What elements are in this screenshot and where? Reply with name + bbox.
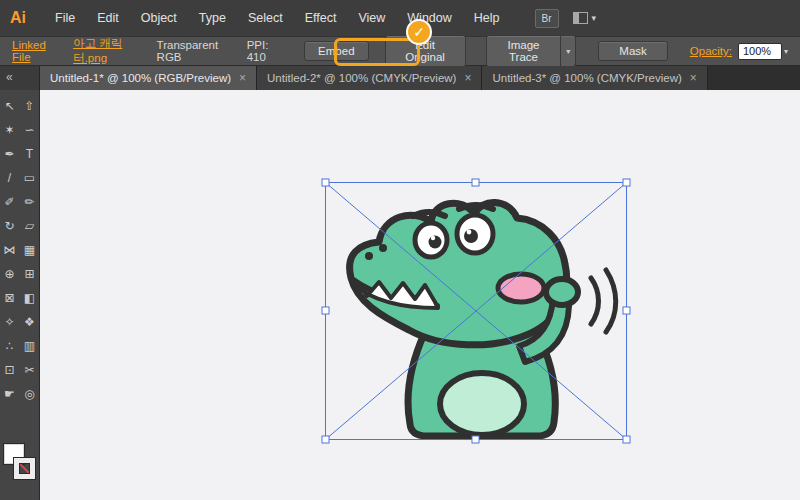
workspace-icon bbox=[573, 12, 588, 24]
tools-grid: ↖⇧✶∽✒T/▭✐✏↻▱⋈▦⊕⊞⊠◧✧❖∴▥⊡✂☛◎ bbox=[1, 94, 39, 406]
image-trace-split-button: Image Trace ▾ bbox=[486, 35, 577, 67]
artboard-canvas[interactable] bbox=[40, 90, 800, 500]
opacity-link[interactable]: Opacity: bbox=[690, 45, 732, 57]
hand-tool-icon[interactable]: ☛ bbox=[1, 382, 19, 406]
slice-tool-icon[interactable]: ✂ bbox=[21, 358, 39, 382]
close-icon[interactable]: × bbox=[239, 71, 246, 85]
close-icon[interactable]: × bbox=[690, 71, 697, 85]
mesh-tool-icon[interactable]: ⊠ bbox=[1, 286, 19, 310]
motion-line bbox=[591, 278, 599, 324]
croc-eye-glint bbox=[431, 236, 435, 240]
croc-belly bbox=[440, 373, 524, 435]
scale-tool-icon[interactable]: ▱ bbox=[21, 214, 39, 238]
blend-tool-icon[interactable]: ❖ bbox=[21, 310, 39, 334]
shape-builder-tool-icon[interactable]: ⊕ bbox=[1, 262, 19, 286]
menu-bar: Ai File Edit Object Type Select Effect V… bbox=[0, 0, 800, 36]
zoom-tool-icon[interactable]: ◎ bbox=[21, 382, 39, 406]
tab-label: Untitled-1* @ 100% (RGB/Preview) bbox=[50, 72, 231, 84]
selection-tool-icon[interactable]: ↖ bbox=[1, 94, 19, 118]
menu-effect[interactable]: Effect bbox=[294, 0, 348, 36]
gradient-tool-icon[interactable]: ◧ bbox=[21, 286, 39, 310]
main-area: ↖⇧✶∽✒T/▭✐✏↻▱⋈▦⊕⊞⊠◧✧❖∴▥⊡✂☛◎ bbox=[0, 90, 800, 500]
document-tab-3[interactable]: Untitled-3* @ 100% (CMYK/Preview) × bbox=[482, 66, 707, 90]
toolbar-collapse-button[interactable]: « bbox=[0, 66, 40, 90]
croc-eye-glint bbox=[467, 230, 472, 235]
document-tab-1[interactable]: Untitled-1* @ 100% (RGB/Preview) × bbox=[40, 66, 257, 90]
symbol-sprayer-tool-icon[interactable]: ∴ bbox=[1, 334, 19, 358]
motion-line bbox=[606, 270, 616, 332]
menu-edit[interactable]: Edit bbox=[86, 0, 130, 36]
menu-file[interactable]: File bbox=[44, 0, 86, 36]
chevron-down-icon: ▾ bbox=[566, 47, 570, 56]
chevron-down-icon: ▾ bbox=[592, 13, 597, 23]
image-trace-dropdown[interactable]: ▾ bbox=[561, 35, 576, 67]
bridge-button[interactable]: Br bbox=[535, 9, 559, 28]
croc-nostril bbox=[379, 244, 387, 252]
croc-cheek bbox=[498, 274, 544, 302]
linked-file-link[interactable]: Linked File bbox=[12, 39, 59, 63]
embed-button[interactable]: Embed bbox=[304, 41, 368, 61]
magic-wand-tool-icon[interactable]: ✶ bbox=[1, 118, 19, 142]
tab-label: Untitled-2* @ 100% (CMYK/Preview) bbox=[267, 72, 456, 84]
menu-items: File Edit Object Type Select Effect View… bbox=[44, 0, 511, 36]
tab-label: Untitled-3* @ 100% (CMYK/Preview) bbox=[492, 72, 681, 84]
type-tool-icon[interactable]: T bbox=[21, 142, 39, 166]
placed-image-crocodile[interactable] bbox=[325, 182, 627, 440]
app-logo: Ai bbox=[10, 9, 44, 27]
tools-panel: ↖⇧✶∽✒T/▭✐✏↻▱⋈▦⊕⊞⊠◧✧❖∴▥⊡✂☛◎ bbox=[0, 90, 40, 500]
width-tool-icon[interactable]: ⋈ bbox=[1, 238, 19, 262]
workspace-switcher[interactable]: ▾ bbox=[573, 12, 597, 24]
check-badge-icon: ✓ bbox=[406, 19, 432, 45]
menu-help[interactable]: Help bbox=[463, 0, 511, 36]
rectangle-tool-icon[interactable]: ▭ bbox=[21, 166, 39, 190]
color-mode-info: Transparent RGB bbox=[157, 39, 233, 63]
menu-right-controls: Br ▾ bbox=[535, 9, 597, 28]
opacity-input[interactable] bbox=[738, 43, 782, 60]
lasso-tool-icon[interactable]: ∽ bbox=[21, 118, 39, 142]
mask-button[interactable]: Mask bbox=[598, 41, 667, 61]
rotate-tool-icon[interactable]: ↻ bbox=[1, 214, 19, 238]
croc-hand bbox=[546, 279, 578, 305]
croc-nostril bbox=[365, 252, 373, 260]
close-icon[interactable]: × bbox=[464, 71, 471, 85]
eyedropper-tool-icon[interactable]: ✧ bbox=[1, 310, 19, 334]
document-tab-2[interactable]: Untitled-2* @ 100% (CMYK/Preview) × bbox=[257, 66, 482, 90]
direct-selection-tool-icon[interactable]: ⇧ bbox=[21, 94, 39, 118]
pen-tool-icon[interactable]: ✒ bbox=[1, 142, 19, 166]
paintbrush-tool-icon[interactable]: ✐ bbox=[1, 190, 19, 214]
line-segment-tool-icon[interactable]: / bbox=[1, 166, 19, 190]
menu-object[interactable]: Object bbox=[130, 0, 188, 36]
fill-stroke-swatches bbox=[2, 444, 38, 490]
column-graph-tool-icon[interactable]: ▥ bbox=[21, 334, 39, 358]
pencil-tool-icon[interactable]: ✏ bbox=[21, 190, 39, 214]
menu-select[interactable]: Select bbox=[237, 0, 294, 36]
menu-view[interactable]: View bbox=[347, 0, 396, 36]
document-tab-bar: « Untitled-1* @ 100% (RGB/Preview) × Unt… bbox=[0, 66, 800, 90]
filename-link[interactable]: 아고 캐릭터.png bbox=[73, 36, 143, 66]
opacity-dropdown-icon[interactable]: ▾ bbox=[784, 47, 788, 56]
ppi-info: PPI: 410 bbox=[247, 39, 284, 63]
control-bar: Linked File 아고 캐릭터.png Transparent RGB P… bbox=[0, 36, 800, 66]
stroke-color-swatch[interactable] bbox=[14, 458, 35, 479]
illustrator-window: Ai File Edit Object Type Select Effect V… bbox=[0, 0, 800, 500]
artboard-tool-icon[interactable]: ⊡ bbox=[1, 358, 19, 382]
image-trace-button[interactable]: Image Trace bbox=[486, 35, 562, 67]
menu-type[interactable]: Type bbox=[188, 0, 237, 36]
perspective-grid-tool-icon[interactable]: ⊞ bbox=[21, 262, 39, 286]
free-transform-tool-icon[interactable]: ▦ bbox=[21, 238, 39, 262]
